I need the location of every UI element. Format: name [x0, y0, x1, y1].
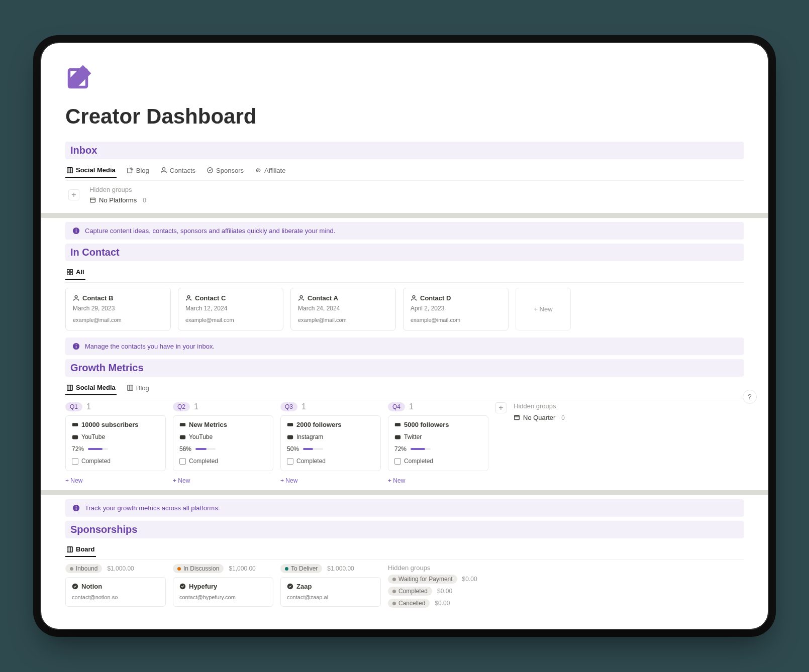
growth-side: + Hidden groups No Quarter 0: [495, 402, 565, 486]
growth-heading: Growth Metrics: [70, 362, 739, 374]
sponsorship-column: To Deliver $1,000.00 Zaap contact@zaap.a…: [280, 564, 381, 611]
tab-sponsors[interactable]: Sponsors: [206, 164, 245, 177]
quarter-pill[interactable]: Q3: [280, 402, 297, 411]
page-title: Creator Dashboard: [65, 104, 744, 129]
tab-label: Affiliate: [264, 167, 285, 174]
status-pill[interactable]: Inbound: [65, 564, 102, 573]
contacts-header: In Contact: [65, 244, 744, 261]
sponsor-card[interactable]: Notion contact@notion.so: [65, 577, 166, 607]
tab-label: Contacts: [170, 167, 195, 174]
hidden-group-row[interactable]: Cancelled $0.00: [388, 599, 477, 608]
sponsorship-hidden-groups: Hidden groups Waiting for Payment $0.00 …: [388, 564, 477, 611]
quarter-pill[interactable]: Q1: [65, 402, 82, 411]
empty-icon: [514, 414, 520, 421]
sponsor-email: contact@notion.so: [72, 594, 159, 600]
completed-checkbox[interactable]: [287, 458, 293, 465]
tab-contacts[interactable]: Contacts: [159, 164, 196, 177]
tab-growth-blog[interactable]: Blog: [126, 382, 150, 395]
goal-title: New Metrics: [189, 421, 227, 428]
goal-title: 2000 followers: [296, 421, 342, 428]
goal-title: 5000 followers: [404, 421, 449, 428]
sponsor-card[interactable]: Zaap contact@zaap.ai: [280, 577, 381, 607]
progress-label: 56%: [179, 445, 191, 453]
status-pill[interactable]: In Discussion: [173, 564, 224, 573]
growth-board: Q1 1 10000 subscribers YouTube 72%: [65, 398, 744, 486]
new-card-button[interactable]: + New: [65, 475, 166, 486]
hidden-group-row[interactable]: Completed $0.00: [388, 587, 477, 596]
verified-icon: [72, 583, 78, 590]
tab-label: Blog: [136, 167, 149, 174]
contact-card[interactable]: Contact B March 29, 2023 example@mail.co…: [65, 288, 171, 330]
amount: $1,000.00: [107, 565, 134, 572]
contacts-info: Manage the contacts you have in your inb…: [65, 338, 744, 355]
status-pill: Waiting for Payment: [388, 575, 457, 584]
tab-board[interactable]: Board: [65, 543, 96, 557]
help-button[interactable]: ?: [743, 390, 757, 404]
sponsor-name: Zaap: [296, 583, 312, 590]
svg-point-18: [300, 296, 302, 298]
count: 1: [301, 402, 306, 411]
hidden-groups-label: Hidden groups: [89, 186, 146, 193]
tab-growth-social[interactable]: Social Media: [65, 382, 117, 395]
amount: $0.00: [437, 588, 452, 595]
growth-card[interactable]: New Metrics YouTube 56% Completed: [173, 415, 273, 471]
sponsorships-header: Sponsorships: [65, 521, 744, 538]
platform-name: YouTube: [81, 433, 105, 440]
svg-rect-15: [70, 272, 72, 274]
tab-label: Social Media: [76, 166, 116, 174]
status-pill[interactable]: To Deliver: [280, 564, 322, 573]
count: 1: [409, 402, 414, 411]
sponsor-email: contact@zaap.ai: [287, 594, 374, 600]
contact-card[interactable]: Contact C March 12, 2024 example@mail.co…: [178, 288, 283, 330]
tab-label: Board: [76, 545, 95, 553]
tab-blog[interactable]: Blog: [126, 164, 150, 177]
svg-point-41: [76, 506, 77, 507]
svg-rect-26: [128, 385, 133, 391]
info-text: Capture content ideas, contacts, sponsor…: [85, 227, 335, 235]
tab-social-media[interactable]: Social Media: [65, 164, 117, 178]
growth-column: Q1 1 10000 subscribers YouTube 72%: [65, 402, 166, 486]
person-icon: [185, 295, 192, 301]
completed-checkbox[interactable]: [179, 458, 186, 465]
completed-checkbox[interactable]: [394, 458, 401, 465]
page-content: Creator Dashboard Inbox Social Media Blo…: [41, 63, 768, 611]
no-platforms-group[interactable]: No Platforms 0: [89, 196, 146, 204]
hidden-group-row[interactable]: Waiting for Payment $0.00: [388, 575, 477, 584]
tab-label: Sponsors: [216, 167, 244, 174]
completed-checkbox[interactable]: [72, 458, 78, 465]
contact-card[interactable]: Contact A March 24, 2024 example@mail.co…: [290, 288, 396, 330]
sponsorships-board: Inbound $1,000.00 Notion contact@notion.…: [65, 560, 744, 611]
divider-strip: [41, 490, 768, 495]
tab-all[interactable]: All: [65, 266, 85, 280]
sponsor-card[interactable]: Hypefury contact@hypefury.com: [173, 577, 273, 607]
completed-label: Completed: [189, 458, 218, 465]
progress-bar: [88, 448, 108, 450]
contacts-cards: Contact B March 29, 2023 example@mail.co…: [65, 283, 744, 333]
growth-card[interactable]: 5000 followers Twitter 72% Completed: [388, 415, 488, 471]
growth-card[interactable]: 2000 followers Instagram 50% Completed: [280, 415, 381, 471]
new-card-button[interactable]: + New: [173, 475, 273, 486]
info-text: Track your growth metrics across all pla…: [85, 504, 220, 512]
growth-tabs: Social Media Blog: [65, 379, 744, 398]
svg-rect-21: [76, 346, 77, 349]
tab-affiliate[interactable]: Affiliate: [254, 164, 286, 177]
sponsorship-column: Inbound $1,000.00 Notion contact@notion.…: [65, 564, 166, 611]
svg-rect-32: [180, 435, 185, 439]
board-icon: [127, 384, 134, 391]
new-contact-button[interactable]: + New: [516, 288, 571, 330]
count: 0: [561, 414, 565, 421]
new-card-button[interactable]: + New: [388, 475, 488, 486]
compose-icon: [127, 167, 134, 174]
no-quarter-group[interactable]: No Quarter 0: [514, 414, 565, 421]
contact-card[interactable]: Contact D April 2, 2023 example@imail.co…: [403, 288, 509, 330]
growth-card[interactable]: 10000 subscribers YouTube 72% Completed: [65, 415, 166, 471]
count: 1: [194, 402, 198, 411]
status-pill: Cancelled: [388, 599, 430, 608]
add-group-button[interactable]: +: [68, 189, 79, 200]
quarter-pill[interactable]: Q2: [173, 402, 190, 411]
add-column-button[interactable]: +: [495, 402, 507, 413]
quarter-pill[interactable]: Q4: [388, 402, 405, 411]
link-icon: [255, 167, 262, 174]
growth-header: Growth Metrics: [65, 359, 744, 377]
new-card-button[interactable]: + New: [280, 475, 381, 486]
